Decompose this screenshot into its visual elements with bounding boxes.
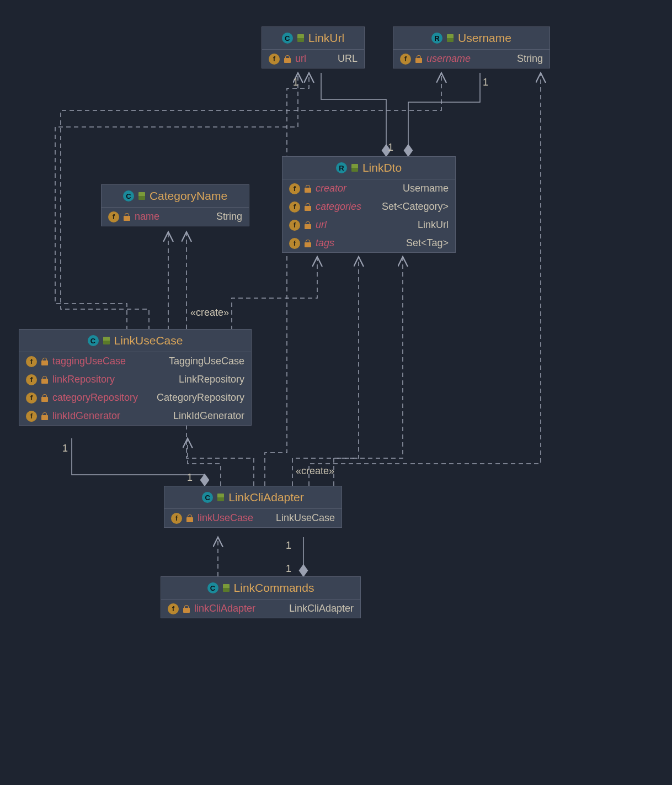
stereotype-label: «create» <box>296 465 334 477</box>
attr-name: name <box>135 211 159 222</box>
field-icon: f <box>108 211 119 222</box>
class-header: C LinkCliAdapter <box>164 486 342 509</box>
class-kind-icon: C <box>88 335 99 346</box>
class-kind-icon: R <box>336 162 347 173</box>
multiplicity-label: 1 <box>483 77 488 88</box>
attr-type: LinkUseCase <box>276 512 335 524</box>
stereotype-label: «create» <box>190 307 229 319</box>
lock-icon <box>41 394 48 402</box>
attr-name: url <box>295 53 306 65</box>
attr-name: username <box>426 53 471 65</box>
attr-type: Set<Tag> <box>406 237 449 249</box>
lock-icon <box>124 213 130 221</box>
class-kind-icon: R <box>431 33 442 44</box>
attr-type: Username <box>403 183 449 194</box>
multiplicity-label: 1 <box>286 563 291 575</box>
visibility-icon <box>217 494 224 501</box>
attr-row: f url URL <box>262 50 364 68</box>
class-header: C LinkUrl <box>262 27 364 50</box>
field-icon: f <box>26 392 37 404</box>
attr-row: f linkRepository LinkRepository <box>19 370 251 389</box>
attr-name: linkCliAdapter <box>194 603 255 614</box>
attr-name: linkIdGenerator <box>52 410 120 422</box>
lock-icon <box>183 605 190 613</box>
attr-row: f categoryRepository CategoryRepository <box>19 389 251 407</box>
attr-row: f username String <box>393 50 550 68</box>
attr-row: f categories Set<Category> <box>282 198 455 216</box>
class-link-commands: C LinkCommands f linkCliAdapter LinkCliA… <box>161 576 361 618</box>
attr-row: f tags Set<Tag> <box>282 234 455 252</box>
attr-name: linkRepository <box>52 374 115 385</box>
attr-type: String <box>216 211 242 222</box>
field-icon: f <box>168 603 179 614</box>
class-link-dto: R LinkDto f creator Username f categorie… <box>282 156 456 253</box>
class-link-url: C LinkUrl f url URL <box>262 26 365 68</box>
class-kind-icon: C <box>207 582 218 593</box>
class-header: C LinkCommands <box>161 577 360 600</box>
attr-row: f linkCliAdapter LinkCliAdapter <box>161 600 360 618</box>
visibility-icon <box>297 34 304 42</box>
attr-type: Set<Category> <box>382 201 449 213</box>
class-username: R Username f username String <box>393 26 550 68</box>
class-title: LinkDto <box>362 161 402 174</box>
field-icon: f <box>289 220 300 231</box>
field-icon: f <box>26 374 37 385</box>
class-title: LinkUrl <box>308 31 344 45</box>
class-kind-icon: C <box>282 33 293 44</box>
class-title: Username <box>458 31 511 45</box>
attr-name: categoryRepository <box>52 392 138 404</box>
attr-row: f url LinkUrl <box>282 216 455 234</box>
class-link-use-case: C LinkUseCase f taggingUseCase TaggingUs… <box>19 329 252 426</box>
visibility-icon <box>138 192 145 200</box>
class-title: LinkCliAdapter <box>228 491 304 504</box>
field-icon: f <box>289 183 300 194</box>
visibility-icon <box>103 337 110 344</box>
class-link-cli-adapter: C LinkCliAdapter f linkUseCase LinkUseCa… <box>164 486 342 528</box>
multiplicity-label: 1 <box>293 77 298 88</box>
field-icon: f <box>171 513 182 524</box>
field-icon: f <box>289 238 300 249</box>
multiplicity-label: 1 <box>187 472 193 484</box>
class-category-name: C CategoryName f name String <box>101 184 249 226</box>
multiplicity-label: 1 <box>286 540 291 551</box>
class-header: C CategoryName <box>102 185 249 208</box>
lock-icon <box>41 358 48 365</box>
attr-type: URL <box>338 53 358 65</box>
class-header: R Username <box>393 27 550 50</box>
attr-type: LinkRepository <box>179 374 244 385</box>
lock-icon <box>41 412 48 420</box>
class-header: R LinkDto <box>282 157 455 179</box>
visibility-icon <box>351 164 358 172</box>
lock-icon <box>284 55 291 63</box>
lock-icon <box>41 376 48 384</box>
lock-icon <box>186 515 193 522</box>
field-icon: f <box>26 411 37 422</box>
attr-type: LinkCliAdapter <box>289 603 354 614</box>
class-title: LinkCommands <box>234 581 314 595</box>
attr-row: f taggingUseCase TaggingUseCase <box>19 352 251 370</box>
attr-row: f creator Username <box>282 179 455 198</box>
lock-icon <box>305 221 311 229</box>
attr-row: f name String <box>102 208 249 226</box>
field-icon: f <box>400 54 411 65</box>
attr-name: url <box>316 219 327 231</box>
attr-name: linkUseCase <box>198 512 253 524</box>
class-kind-icon: C <box>202 492 213 503</box>
attr-name: taggingUseCase <box>52 356 126 367</box>
attr-type: String <box>517 53 543 65</box>
multiplicity-label: 1 <box>388 142 393 153</box>
attr-row: f linkUseCase LinkUseCase <box>164 509 342 527</box>
attr-row: f linkIdGenerator LinkIdGenerator <box>19 407 251 425</box>
multiplicity-label: 1 <box>62 443 68 454</box>
lock-icon <box>305 203 311 211</box>
class-title: LinkUseCase <box>114 334 183 347</box>
visibility-icon <box>447 34 454 42</box>
class-header: C LinkUseCase <box>19 330 251 352</box>
lock-icon <box>415 55 422 63</box>
field-icon: f <box>269 54 280 65</box>
attr-type: LinkUrl <box>418 219 449 231</box>
class-title: CategoryName <box>150 189 227 203</box>
field-icon: f <box>26 356 37 367</box>
attr-name: creator <box>316 183 346 194</box>
field-icon: f <box>289 201 300 213</box>
